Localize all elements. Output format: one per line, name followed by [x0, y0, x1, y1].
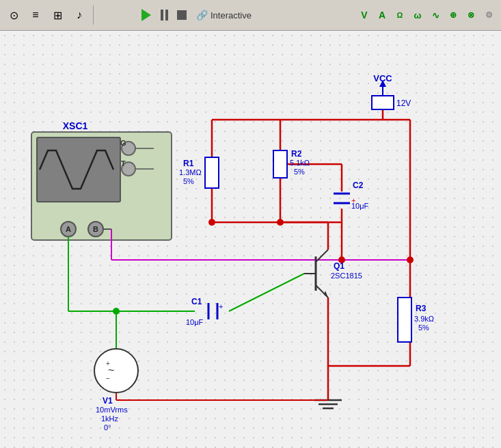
svg-text:+: +	[219, 302, 223, 311]
icon-oscilloscope[interactable]: ⊙	[4, 5, 23, 25]
svg-point-18	[407, 256, 414, 263]
svg-text:XSC1: XSC1	[63, 120, 88, 131]
svg-rect-48	[372, 96, 394, 109]
svg-text:5%: 5%	[294, 168, 305, 176]
svg-point-51	[94, 349, 138, 393]
play-button[interactable]	[139, 8, 154, 23]
voltmeter-icon[interactable]: V	[356, 7, 373, 23]
tool6-icon[interactable]: ⊕	[445, 7, 461, 23]
svg-text:T: T	[121, 159, 126, 168]
ammeter-icon[interactable]: A	[374, 7, 390, 23]
svg-text:Q1: Q1	[334, 261, 344, 271]
icon-components[interactable]: ≡	[26, 5, 45, 25]
svg-text:2SC1815: 2SC1815	[331, 272, 362, 280]
circuit-canvas: + + ~ + −	[0, 31, 501, 448]
svg-rect-36	[398, 298, 411, 342]
svg-text:R2: R2	[291, 149, 302, 159]
svg-text:10mVrms: 10mVrms	[96, 406, 128, 414]
svg-text:V1: V1	[103, 396, 113, 406]
svg-text:12V: 12V	[396, 98, 411, 108]
pause-button[interactable]	[157, 8, 172, 23]
svg-text:C1: C1	[191, 297, 202, 306]
pause-icon	[161, 10, 168, 21]
ac-icon[interactable]: ∿	[427, 7, 444, 23]
interactive-mode: 🔗 Interactive	[196, 10, 252, 21]
svg-text:R1: R1	[183, 159, 194, 168]
svg-text:G: G	[120, 139, 126, 147]
link-icon: 🔗	[196, 10, 208, 21]
icon-waveform[interactable]: ♪	[70, 5, 89, 25]
freq-icon[interactable]: ω	[409, 7, 426, 23]
svg-rect-34	[205, 157, 219, 188]
svg-text:VCC: VCC	[373, 73, 392, 83]
svg-text:B: B	[93, 225, 98, 233]
svg-text:10μF: 10μF	[351, 202, 369, 210]
interactive-text: Interactive	[211, 10, 252, 21]
svg-rect-35	[273, 150, 287, 178]
svg-text:R3: R3	[416, 304, 426, 313]
svg-text:3.9kΩ: 3.9kΩ	[414, 315, 434, 323]
svg-text:10μF: 10μF	[186, 318, 204, 326]
svg-text:+: +	[106, 360, 110, 367]
svg-point-7	[208, 219, 215, 226]
svg-text:A: A	[66, 225, 71, 233]
svg-text:C2: C2	[353, 181, 364, 190]
svg-text:5%: 5%	[418, 324, 429, 332]
settings-icon[interactable]: ⚙	[480, 7, 497, 23]
icon-netlist[interactable]: ⊞	[48, 5, 67, 25]
toolbar: ⊙ ≡ ⊞ ♪ 🔗 Interactive V A Ω ω ∿ ⊕ ⊗ ⚙	[0, 0, 501, 31]
tool7-icon[interactable]: ⊗	[463, 7, 479, 23]
circuit-diagram: + + ~ + −	[0, 31, 501, 448]
play-icon	[141, 9, 151, 21]
svg-text:1.3MΩ: 1.3MΩ	[179, 168, 202, 176]
svg-text:−: −	[106, 375, 110, 382]
svg-text:1kHz: 1kHz	[101, 414, 119, 423]
svg-text:0°: 0°	[104, 423, 111, 432]
svg-line-30	[229, 274, 304, 311]
svg-text:5.1kΩ: 5.1kΩ	[290, 159, 310, 167]
stop-icon	[177, 10, 187, 20]
divider-1	[93, 5, 94, 25]
stop-button[interactable]	[174, 8, 189, 23]
svg-marker-47	[324, 291, 328, 298]
run-controls	[139, 8, 189, 23]
right-tools: V A Ω ω ∿ ⊕ ⊗ ⚙	[356, 7, 497, 23]
ohmmeter-icon[interactable]: Ω	[392, 7, 408, 23]
svg-rect-56	[37, 137, 120, 202]
svg-text:5%: 5%	[183, 177, 194, 185]
